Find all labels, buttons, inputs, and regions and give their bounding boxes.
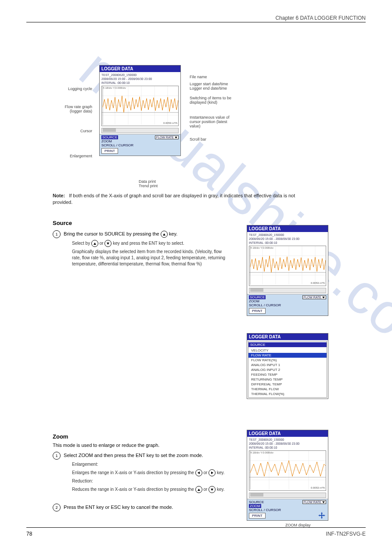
zoom-row-hl[interactable]: ZOOM — [249, 504, 261, 508]
axis-scale: X:18/div Y:0.008/div — [250, 247, 273, 250]
cursor-value: 0.0053 m³/h — [311, 486, 325, 490]
callout-file-name: File name — [190, 75, 251, 79]
svg-rect-33 — [320, 515, 324, 516]
step-number-1: 1 — [53, 452, 61, 460]
source-menu-item[interactable]: THERMAL FLOW(%) — [248, 392, 327, 396]
graph-scrollbar[interactable] — [249, 288, 326, 293]
source-menu-item[interactable]: ANALOG INPUT 2 — [248, 367, 327, 372]
page-number: 78 — [26, 531, 32, 537]
source-menu-item[interactable]: THERMAL FLOW — [248, 387, 327, 392]
svg-marker-29 — [321, 517, 323, 519]
graph-scrollbar[interactable] — [249, 493, 326, 498]
source-menu-item[interactable]: FEEDING TEMP — [248, 372, 327, 377]
source-heading: Source — [53, 220, 72, 226]
trend-waveform — [249, 451, 326, 490]
axis-scale: X:18/div Y:0.008/div — [103, 87, 126, 90]
file-name: TEST_20080620_150000 — [249, 233, 326, 237]
svg-marker-31 — [324, 515, 325, 516]
page-header-right: Chapter 6 DATA LOGGER FUNCTION — [26, 15, 366, 21]
cursor-value: 0.0053 m³/h — [163, 122, 177, 125]
zoom-intro: This mode is used to enlarge or reduce t… — [53, 442, 228, 449]
scroll-cursor-row[interactable]: SCROLL / CURSOR — [101, 143, 179, 147]
panel-title: LOGGER DATA — [247, 334, 328, 340]
trend-waveform — [249, 246, 326, 285]
left-key-icon — [195, 469, 202, 476]
callout-zoom-display: ZOOM display — [285, 523, 311, 527]
print-button[interactable]: PRINT — [101, 148, 118, 154]
graph-area: X:18/div Y:0.008/div 0.0053 m³/h — [101, 86, 179, 126]
zoom-arrows-icon — [318, 512, 325, 519]
source-menu-header: SOURCE — [248, 342, 327, 347]
zoom-row[interactable]: ZOOM — [101, 139, 179, 143]
callout-logging-cycle: Logging cycle — [44, 87, 92, 91]
logger-panel-zoom: LOGGER DATA TEST_20080620_150000 2008/06… — [247, 430, 328, 521]
source-label-hl: SOURCE — [249, 295, 266, 299]
zoom-step-1: 1 Select ZOOM and then press the ENT key… — [53, 452, 237, 493]
interval: INTERVAL :00:00:10 — [101, 81, 179, 85]
callout-instantaneous: Instantaneous value of cursor position (… — [190, 115, 264, 128]
up-key-icon — [91, 240, 98, 247]
print-button[interactable]: PRINT — [249, 513, 266, 519]
callout-start-end: Logger start date/time Logger end date/t… — [190, 82, 260, 91]
panel-title: LOGGER DATA — [247, 430, 328, 437]
panel-title: LOGGER DATA — [247, 225, 328, 232]
note-label: Note: — [53, 193, 65, 198]
svg-marker-28 — [321, 512, 323, 514]
source-step-1: 1 Bring the cursor to SOURCE by pressing… — [53, 230, 228, 267]
file-name: TEST_20080620_150000 — [249, 438, 326, 442]
source-menu-item[interactable]: VELOCITY — [248, 348, 327, 353]
step-number-2: 2 — [53, 504, 61, 511]
down-key-icon — [104, 240, 111, 247]
source-menu-item[interactable]: FLOW RATE(%) — [248, 358, 327, 363]
note-block: Note: If both ends of the X-axis of grap… — [53, 192, 298, 206]
logger-panel-source-1: LOGGER DATA TEST_20080620_150000 2008/06… — [247, 225, 328, 316]
print-button[interactable]: PRINT — [249, 308, 266, 314]
doc-id: INF-TN2FSVG-E — [326, 531, 366, 537]
up-key-icon — [161, 231, 168, 238]
zoom-row[interactable]: ZOOM — [249, 299, 326, 303]
file-name: TEST_20080620_150000 — [101, 73, 179, 77]
note-text: If both ends of the X-axis of graph and … — [53, 193, 295, 205]
source-label: SOURCE — [249, 500, 264, 504]
header-rule — [26, 22, 366, 22]
callout-graph: Flow rate graph (logger data) — [44, 105, 92, 113]
right-key-icon — [209, 469, 216, 476]
step-number-1: 1 — [53, 230, 61, 238]
logger-panel-source-menu: LOGGER DATA SOURCE VELOCITYFLOW RATEFLOW… — [247, 333, 328, 399]
axis-scale: X:18/div Y:0.008/div — [250, 451, 273, 455]
cursor-value: 0.0053 m³/h — [311, 282, 325, 285]
trend-waveform — [102, 86, 179, 125]
date-range: 2008/06/20 15:00 - 2008/06/30 23:00 — [101, 77, 179, 81]
source-select[interactable]: FLOW RATE — [302, 500, 326, 504]
callout-switch-item: Switching of items to be displayed (kind… — [190, 96, 260, 105]
svg-marker-30 — [318, 515, 320, 516]
logger-panel-annotated: LOGGER DATA TEST_20080620_150000 2008/06… — [99, 65, 181, 156]
dropdown-icon — [322, 297, 325, 298]
source-menu-item[interactable]: RETURNING TEMP — [248, 377, 327, 382]
source-menu-item[interactable]: FLOW RATE — [248, 353, 327, 358]
callout-print: Data print Trend print — [139, 179, 191, 188]
graph-area: X:18/div Y:0.008/div 0.0053 m³/h — [249, 246, 326, 286]
date-range: 2008/06/20 15:00 - 2008/06/30 23:00 — [249, 237, 326, 241]
interval: INTERVAL :00:00:10 — [249, 446, 326, 450]
dropdown-icon — [322, 501, 325, 503]
footer-rule — [26, 527, 366, 528]
callout-cursor: Cursor — [66, 129, 92, 133]
up-key-icon — [195, 486, 202, 493]
graph-scrollbar[interactable] — [101, 128, 179, 133]
source-menu-item[interactable]: DIFFEREIAL TEMP — [248, 382, 327, 387]
down-key-icon — [209, 486, 216, 493]
source-select[interactable]: FLOW RATE — [155, 135, 179, 139]
scroll-cursor-row[interactable]: SCROLL / CURSOR — [249, 508, 326, 512]
callout-scrollbar: Scroll bar — [190, 137, 242, 141]
source-step-1-b: Graphically displays the selected item f… — [72, 249, 228, 267]
dropdown-icon — [175, 137, 177, 138]
control-panel: SOURCE FLOW RATE ZOOM SCROLL / CURSOR PR… — [100, 134, 180, 156]
source-menu-item[interactable]: ANALOG INPUT 1 — [248, 363, 327, 367]
scroll-cursor-row[interactable]: SCROLL / CURSOR — [249, 303, 326, 307]
zoom-heading: Zoom — [53, 433, 68, 440]
interval: INTERVAL :00:00:10 — [249, 241, 326, 245]
callout-zoom: Enlargement — [61, 154, 92, 158]
source-select[interactable]: FLOW RATE — [302, 295, 326, 299]
source-menu: SOURCE VELOCITYFLOW RATEFLOW RATE(%)ANAL… — [248, 341, 327, 398]
